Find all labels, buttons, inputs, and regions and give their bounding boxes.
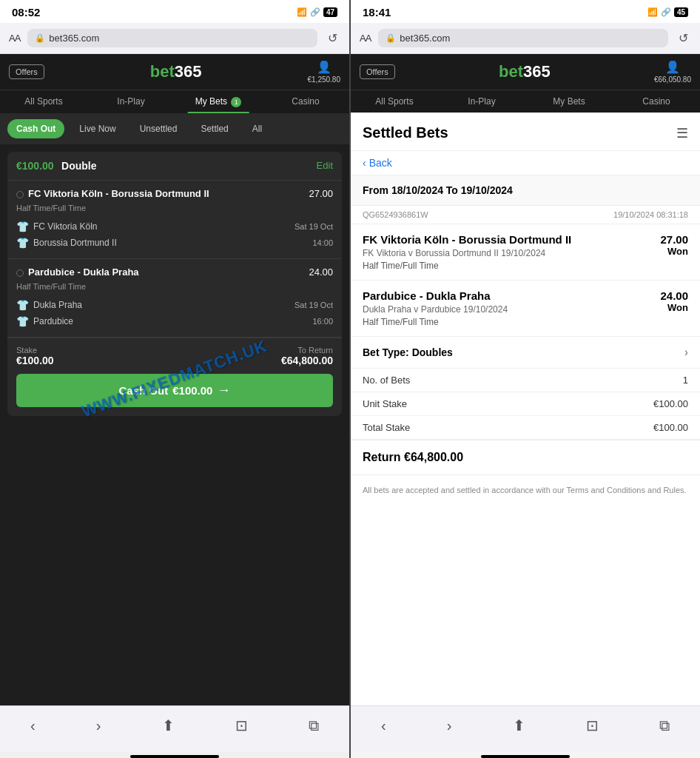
account-area-right[interactable]: 👤 €66,050.80 — [654, 60, 691, 84]
back-nav-left[interactable]: ‹ — [24, 714, 41, 737]
match-2-section: Pardubice - Dukla Praha 24.00 Half Time/… — [7, 259, 342, 338]
match2-away-row: 👕 Pardubice 16:00 — [16, 313, 333, 329]
terms-text: All bets are accepted and settled in acc… — [351, 475, 700, 506]
subtab-settled[interactable]: Settled — [192, 119, 237, 138]
subtab-unsettled[interactable]: Unsettled — [131, 119, 186, 138]
cashout-arrow-icon: → — [217, 383, 230, 398]
tab-casino-left[interactable]: Casino — [262, 90, 349, 113]
wifi-icon-right: 🔗 — [661, 7, 671, 17]
result2-name: Pardubice - Dukla Praha — [363, 289, 660, 302]
share-nav-left[interactable]: ⬆ — [156, 714, 181, 737]
browser-url-right[interactable]: 🔒 bet365.com — [378, 29, 668, 47]
match2-time: 16:00 — [312, 317, 333, 326]
match1-detail: Half Time/Full Time — [16, 204, 333, 212]
detail-value-0: 1 — [683, 375, 688, 386]
subtab-livenow[interactable]: Live Now — [70, 119, 124, 138]
back-chevron-icon: ‹ — [363, 157, 366, 169]
match-1-section: FC Viktoria Köln - Borussia Dortmund II … — [7, 181, 342, 259]
bet-type-row[interactable]: Bet Type: Doubles › — [351, 337, 700, 369]
forward-nav-left[interactable]: › — [90, 714, 107, 737]
home-indicator-left — [130, 755, 219, 758]
offers-btn-left[interactable]: Offers — [9, 64, 44, 79]
cashout-button[interactable]: Cash Out €100.00 → — [16, 374, 333, 407]
tabs-nav-right[interactable]: ⧉ — [653, 714, 676, 737]
forward-nav-right[interactable]: › — [441, 714, 458, 737]
cashout-amount: €100.00 — [172, 384, 212, 397]
refresh-btn-left[interactable]: ↺ — [325, 30, 340, 47]
result1-odds: 27.00 — [660, 233, 688, 246]
status-time-left: 08:52 — [12, 6, 40, 19]
refresh-btn-right[interactable]: ↺ — [676, 30, 691, 47]
detail-value-1: €100.00 — [653, 398, 688, 409]
right-phone: 18:41 📶 🔗 45 AA 🔒 bet365.com ↺ Offers be… — [349, 0, 700, 758]
share-nav-right[interactable]: ⬆ — [507, 714, 531, 737]
bet-amount: €100.00 — [16, 160, 54, 172]
match1-away-shirt: 👕 — [16, 237, 29, 249]
stake-return-row: Stake €100.00 To Return €64,800.00 — [7, 338, 342, 374]
match1-home-shirt: 👕 — [16, 221, 29, 232]
tabs-nav-left[interactable]: ⧉ — [303, 714, 325, 737]
account-area-left[interactable]: 👤 €1,250.80 — [307, 60, 340, 84]
balance-right: €66,050.80 — [654, 76, 691, 84]
logo-left: bet365 — [150, 62, 202, 81]
tab-casino-right[interactable]: Casino — [613, 90, 700, 113]
result2-sub: Dukla Praha v Pardubice 19/10/2024 — [363, 304, 660, 315]
result2-badge: Won — [660, 302, 688, 313]
result1-type: Half Time/Full Time — [363, 261, 660, 271]
tab-all-sports-left[interactable]: All Sports — [0, 90, 87, 113]
result1-badge: Won — [660, 246, 688, 257]
wifi-icon: 🔗 — [310, 7, 320, 17]
back-nav-right[interactable]: ‹ — [375, 714, 392, 737]
match1-indicator — [16, 191, 24, 198]
account-icon-left: 👤 — [317, 60, 332, 74]
detail-label-0: No. of Bets — [363, 375, 410, 386]
detail-label-2: Total Stake — [363, 422, 410, 433]
match2-away-name: Pardubice — [33, 316, 73, 326]
result1-name: FK Viktoria Köln - Borussia Dortmund II — [363, 233, 660, 246]
stake-value: €100.00 — [16, 355, 54, 366]
status-bar-right: 18:41 📶 🔗 45 — [351, 0, 700, 23]
match1-odds: 27.00 — [309, 188, 333, 199]
result2-odds: 24.00 — [660, 289, 688, 302]
match2-home-shirt: 👕 — [16, 299, 29, 311]
left-phone: 08:52 📶 🔗 47 AA 🔒 bet365.com ↺ Offers be… — [0, 0, 349, 758]
match2-away-shirt: 👕 — [16, 315, 29, 327]
tab-all-sports-right[interactable]: All Sports — [351, 90, 438, 113]
battery-left: 47 — [323, 7, 337, 17]
bookmarks-nav-left[interactable]: ⊡ — [229, 714, 254, 737]
date-range: From 18/10/2024 To 19/10/2024 — [351, 175, 700, 206]
url-text-left: bet365.com — [49, 33, 99, 44]
menu-icon[interactable]: ☰ — [676, 125, 688, 141]
bet365-header-left: Offers bet365 👤 €1,250.80 — [0, 54, 349, 90]
detail-label-1: Unit Stake — [363, 398, 407, 409]
match-result-1: FK Viktoria Köln - Borussia Dortmund II … — [351, 224, 700, 281]
signal-icon-right: 📶 — [647, 7, 658, 17]
settled-title: Settled Bets — [363, 124, 448, 141]
bet365-header-right: Offers bet365 👤 €66,050.80 — [351, 54, 700, 90]
tab-in-play-right[interactable]: In-Play — [438, 90, 525, 113]
browser-aa-right[interactable]: AA — [360, 33, 371, 44]
browser-bar-left: AA 🔒 bet365.com ↺ — [0, 23, 349, 54]
tab-in-play-left[interactable]: In-Play — [87, 90, 175, 113]
match1-home-name: FC Viktoria Köln — [33, 221, 97, 232]
bookmarks-nav-right[interactable]: ⊡ — [580, 714, 605, 737]
browser-aa-left[interactable]: AA — [9, 33, 20, 44]
match2-detail: Half Time/Full Time — [16, 282, 333, 291]
subtab-cashout[interactable]: Cash Out — [7, 119, 64, 138]
offers-btn-right[interactable]: Offers — [360, 64, 395, 79]
subtab-all[interactable]: All — [243, 119, 271, 138]
status-icons-left: 📶 🔗 47 — [297, 7, 337, 17]
settled-header: Settled Bets ☰ — [351, 113, 700, 151]
tab-my-bets-left[interactable]: My Bets 1 — [175, 90, 262, 113]
return-label: To Return — [281, 346, 333, 355]
back-btn[interactable]: ‹ Back — [351, 151, 700, 175]
edit-btn[interactable]: Edit — [317, 160, 333, 171]
match1-home-row: 👕 FC Viktoria Köln Sat 19 Oct — [16, 218, 333, 235]
browser-url-left[interactable]: 🔒 bet365.com — [27, 29, 317, 47]
tab-my-bets-right[interactable]: My Bets — [525, 90, 613, 113]
match1-away-name: Borussia Dortmund II — [33, 238, 117, 248]
match2-name: Pardubice - Dukla Praha — [28, 266, 139, 278]
match1-away-row: 👕 Borussia Dortmund II 14:00 — [16, 235, 333, 251]
match2-date: Sat 19 Oct — [295, 301, 333, 309]
balance-left: €1,250.80 — [307, 76, 340, 84]
